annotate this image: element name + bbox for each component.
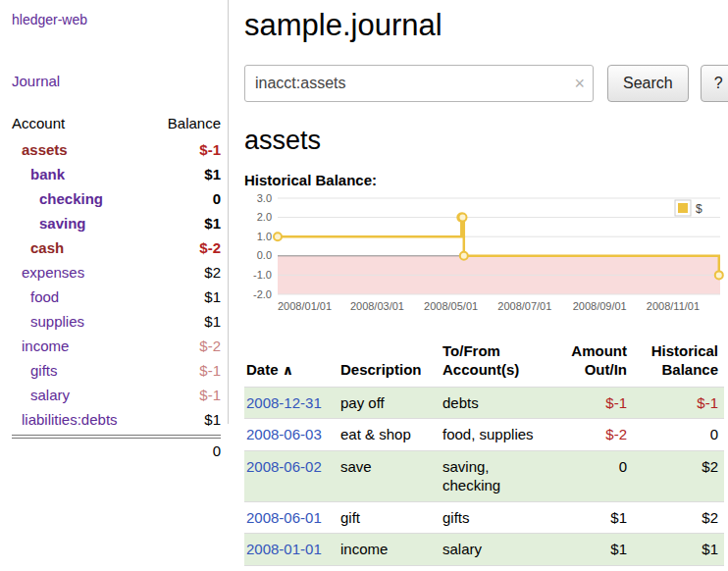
sidebar-item-journal[interactable]: Journal — [12, 73, 221, 89]
balance-header-line2: Balance — [635, 361, 718, 380]
app-root: hledger-web Journal Account Balance asse… — [0, 0, 728, 566]
account-row: assets$-1 — [12, 137, 221, 162]
transaction-amount: $1 — [560, 501, 633, 534]
account-balance: 0 — [213, 186, 221, 211]
register-header-date[interactable]: Date ∧ — [244, 338, 338, 387]
account-balance: $-1 — [199, 383, 221, 407]
account-row: salary$-1 — [12, 383, 221, 407]
transaction-balance: $2 — [633, 450, 724, 501]
accounts-list: assets$-1bank$1checking0saving$1cash$-2e… — [12, 137, 221, 432]
account-row: checking0 — [12, 186, 221, 211]
account-row: bank$1 — [12, 162, 221, 186]
accounts-total-value: 0 — [213, 442, 221, 459]
x-tick-label: 2008/11/01 — [647, 300, 700, 312]
accounts-header-line1: To/From — [442, 342, 554, 361]
account-balance: $-2 — [199, 334, 221, 358]
transaction-date-link[interactable]: 2008-01-01 — [246, 541, 322, 557]
data-point-marker — [274, 233, 282, 240]
register-row: 2008-01-01incomesalary$1$1 — [244, 534, 724, 566]
account-link[interactable]: cash — [12, 235, 64, 260]
y-tick-label: 0.0 — [257, 249, 272, 261]
account-balance: $2 — [204, 260, 221, 285]
account-row: income$-2 — [12, 334, 221, 358]
account-link[interactable]: supplies — [12, 309, 84, 334]
transaction-description: eat & shop — [338, 419, 441, 451]
account-link[interactable]: liabilities:debts — [12, 407, 118, 432]
page-title: sample.journal — [244, 8, 728, 43]
data-point-marker — [459, 214, 467, 222]
account-balance: $1 — [204, 162, 221, 186]
transaction-description: gift — [338, 501, 441, 534]
search-form: × Search ? — [244, 65, 728, 102]
transaction-balance: $-1 — [633, 387, 724, 419]
historical-balance-chart: 3.02.01.00.0-1.0-2.02008/01/012008/03/01… — [244, 192, 728, 327]
account-link[interactable]: expenses — [12, 260, 84, 285]
account-row: supplies$1 — [12, 309, 221, 334]
register-header-row: Date ∧ Description To/From Account(s) Am… — [244, 338, 724, 387]
account-heading: assets — [244, 126, 728, 156]
x-tick-label: 2008/03/01 — [350, 300, 404, 312]
brand-link[interactable]: hledger-web — [12, 12, 221, 27]
x-tick-label: 2008/07/01 — [497, 300, 551, 312]
transaction-description: pay off — [338, 387, 441, 419]
y-tick-label: -1.0 — [253, 269, 272, 281]
accounts-header-account: Account — [12, 115, 65, 131]
account-balance: $1 — [204, 211, 221, 235]
account-row: food$1 — [12, 285, 221, 309]
clear-search-icon[interactable]: × — [574, 75, 585, 92]
accounts-header: Account Balance — [12, 115, 221, 137]
transaction-amount: $-2 — [560, 419, 633, 451]
account-row: saving$1 — [12, 211, 221, 235]
y-tick-label: 3.0 — [257, 192, 272, 204]
account-link[interactable]: saving — [12, 211, 86, 235]
legend-label: $ — [696, 202, 702, 216]
account-link[interactable]: gifts — [12, 358, 58, 383]
x-tick-label: 2008/09/01 — [573, 300, 627, 312]
register-header-description: Description — [338, 338, 441, 387]
account-balance: $-1 — [199, 358, 221, 383]
account-link[interactable]: assets — [12, 137, 68, 162]
help-button[interactable]: ? — [701, 65, 728, 102]
transaction-date-link[interactable]: 2008-12-31 — [246, 394, 322, 411]
transaction-accounts: salary — [441, 534, 560, 566]
legend-swatch — [678, 203, 688, 213]
account-link[interactable]: checking — [12, 186, 103, 211]
account-row: expenses$2 — [12, 260, 221, 285]
transaction-amount: $1 — [560, 534, 633, 566]
account-balance: $1 — [204, 407, 221, 432]
accounts-total-row: 0 — [12, 435, 221, 463]
sidebar: hledger-web Journal Account Balance asse… — [0, 0, 229, 566]
account-row: cash$-2 — [12, 235, 221, 260]
amount-header-line1: Amount — [562, 342, 627, 361]
search-box: × — [244, 65, 594, 102]
account-link[interactable]: salary — [12, 383, 70, 407]
register-row: 2008-06-02savesaving, checking0$2 — [244, 450, 724, 501]
account-row: liabilities:debts$1 — [12, 407, 221, 432]
date-header-label: Date — [246, 361, 279, 378]
transaction-description: save — [338, 450, 441, 501]
register-row: 2008-12-31pay offdebts$-1$-1 — [244, 387, 724, 419]
account-row: gifts$-1 — [12, 358, 221, 383]
account-link[interactable]: income — [12, 334, 69, 358]
transaction-date-link[interactable]: 2008-06-03 — [246, 426, 322, 442]
transaction-date-link[interactable]: 2008-06-02 — [246, 458, 322, 475]
chart-canvas: 3.02.01.00.0-1.0-2.02008/01/012008/03/01… — [244, 192, 724, 324]
transaction-amount: $-1 — [560, 387, 633, 419]
transaction-description: income — [338, 534, 441, 566]
x-tick-label: 2008/01/01 — [278, 300, 332, 312]
search-button[interactable]: Search — [607, 65, 689, 102]
transaction-accounts: saving, checking — [441, 450, 560, 501]
register-table: Date ∧ Description To/From Account(s) Am… — [244, 338, 724, 566]
search-input[interactable] — [244, 65, 594, 102]
account-link[interactable]: food — [12, 285, 59, 309]
transaction-date-link[interactable]: 2008-06-01 — [246, 509, 322, 526]
transaction-amount: 0 — [560, 450, 633, 501]
sort-asc-icon: ∧ — [283, 362, 293, 378]
transaction-accounts: food, supplies — [441, 419, 560, 451]
x-tick-label: 2008/05/01 — [424, 300, 478, 312]
account-link[interactable]: bank — [12, 162, 65, 186]
register-row: 2008-06-03eat & shopfood, supplies$-20 — [244, 419, 724, 451]
register-header-balance: Historical Balance — [633, 338, 724, 387]
account-balance: $-1 — [199, 137, 221, 162]
accounts-header-balance: Balance — [168, 115, 221, 131]
